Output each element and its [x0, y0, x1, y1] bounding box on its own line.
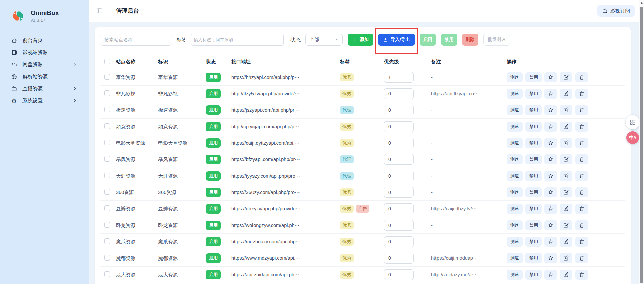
priority-input[interactable]: [384, 171, 414, 181]
delete-icon[interactable]: [575, 220, 588, 230]
bulk-disable-button[interactable]: 禁用: [441, 34, 457, 46]
sidebar-item-video-sites[interactable]: 影视站资源: [0, 46, 89, 58]
sidebar-item-parser-sites[interactable]: 解析站资源: [0, 70, 89, 83]
page-scrollbar[interactable]: ▲: [639, 0, 644, 284]
priority-input[interactable]: [384, 72, 414, 83]
favorite-star-icon[interactable]: [544, 122, 557, 132]
speed-test-button[interactable]: 测速: [507, 72, 523, 82]
delete-icon[interactable]: [575, 105, 588, 115]
row-checkbox[interactable]: [104, 107, 110, 112]
video-subscribe-button[interactable]: 影视订阅: [597, 5, 635, 17]
delete-icon[interactable]: [575, 89, 588, 99]
row-checkbox[interactable]: [104, 74, 110, 80]
speed-test-button[interactable]: 测速: [507, 220, 523, 230]
delete-icon[interactable]: [575, 253, 588, 263]
row-checkbox[interactable]: [104, 156, 110, 162]
disable-button[interactable]: 禁用: [525, 270, 542, 280]
add-button[interactable]: 添加: [348, 34, 373, 46]
tag-input[interactable]: [191, 34, 284, 46]
priority-input[interactable]: [384, 236, 414, 247]
scroll-up-arrow[interactable]: ▲: [639, 1, 644, 4]
favorite-star-icon[interactable]: [544, 237, 557, 247]
status-select[interactable]: 全部: [305, 34, 343, 46]
priority-input[interactable]: [384, 154, 414, 165]
speed-test-button[interactable]: 测速: [507, 253, 523, 263]
favorite-star-icon[interactable]: [544, 187, 557, 197]
delete-icon[interactable]: [575, 138, 588, 148]
speed-test-button[interactable]: 测速: [507, 105, 523, 115]
sidebar-item-home[interactable]: 前台首页: [0, 34, 89, 46]
row-checkbox[interactable]: [104, 123, 110, 129]
disable-button[interactable]: 禁用: [525, 171, 542, 181]
batch-speed-test-button[interactable]: 批量测速: [483, 34, 510, 46]
favorite-star-icon[interactable]: [544, 105, 557, 115]
edit-icon[interactable]: [560, 220, 572, 230]
row-checkbox[interactable]: [104, 140, 110, 145]
sidebar-item-live[interactable]: 直播资源: [0, 83, 89, 95]
row-checkbox[interactable]: [104, 90, 110, 96]
priority-input[interactable]: [384, 138, 414, 148]
delete-icon[interactable]: [575, 204, 588, 214]
edit-icon[interactable]: [560, 89, 572, 99]
priority-input[interactable]: [384, 269, 414, 280]
priority-input[interactable]: [384, 187, 414, 198]
speed-test-button[interactable]: 测速: [507, 122, 523, 132]
priority-input[interactable]: [384, 203, 414, 214]
favorite-star-icon[interactable]: [544, 171, 557, 181]
disable-button[interactable]: 禁用: [525, 72, 542, 82]
bulk-delete-button[interactable]: 删除: [462, 34, 478, 46]
edit-icon[interactable]: [560, 72, 572, 82]
sidebar-item-settings[interactable]: ⚙ 系统设置: [0, 95, 89, 107]
favorite-star-icon[interactable]: [544, 220, 557, 230]
delete-icon[interactable]: [575, 154, 588, 164]
delete-icon[interactable]: [575, 187, 588, 197]
sidebar-collapse-icon[interactable]: [94, 5, 105, 17]
search-input[interactable]: [100, 34, 172, 46]
row-checkbox[interactable]: [104, 255, 110, 261]
speed-test-button[interactable]: 测速: [507, 187, 523, 197]
disable-button[interactable]: 禁用: [525, 138, 542, 148]
speed-test-button[interactable]: 测速: [507, 154, 523, 164]
row-checkbox[interactable]: [104, 205, 110, 211]
favorite-star-icon[interactable]: [544, 253, 557, 263]
speed-test-button[interactable]: 测速: [507, 237, 523, 247]
delete-icon[interactable]: [575, 171, 588, 181]
disable-button[interactable]: 禁用: [525, 154, 542, 164]
disable-button[interactable]: 禁用: [525, 237, 542, 247]
disable-button[interactable]: 禁用: [525, 89, 542, 99]
extension-widget-button[interactable]: [626, 115, 640, 129]
row-checkbox[interactable]: [104, 238, 110, 244]
edit-icon[interactable]: [560, 204, 572, 214]
priority-input[interactable]: [384, 121, 414, 132]
priority-input[interactable]: [384, 220, 414, 231]
delete-icon[interactable]: [575, 122, 588, 132]
edit-icon[interactable]: [560, 105, 572, 115]
speed-test-button[interactable]: 测速: [507, 138, 523, 148]
speed-test-button[interactable]: 测速: [507, 171, 523, 181]
row-checkbox[interactable]: [104, 271, 110, 277]
priority-input[interactable]: [384, 253, 414, 264]
speed-test-button[interactable]: 测速: [507, 270, 523, 280]
edit-icon[interactable]: [560, 270, 572, 280]
priority-input[interactable]: [384, 88, 414, 99]
speed-test-button[interactable]: 测速: [507, 89, 523, 99]
delete-icon[interactable]: [575, 237, 588, 247]
row-checkbox[interactable]: [104, 222, 110, 228]
edit-icon[interactable]: [560, 171, 572, 181]
favorite-star-icon[interactable]: [544, 204, 557, 214]
scrollbar-thumb[interactable]: [640, 7, 643, 283]
favorite-star-icon[interactable]: [544, 270, 557, 280]
disable-button[interactable]: 禁用: [525, 204, 542, 214]
import-export-button[interactable]: 导入/导出: [378, 34, 415, 46]
sidebar-item-cloud-drive[interactable]: 网盘资源: [0, 58, 89, 70]
priority-input[interactable]: [384, 105, 414, 115]
favorite-star-icon[interactable]: [544, 89, 557, 99]
delete-icon[interactable]: [575, 270, 588, 280]
select-all-checkbox[interactable]: [104, 59, 110, 64]
delete-icon[interactable]: [575, 72, 588, 82]
favorite-star-icon[interactable]: [544, 72, 557, 82]
translate-widget-button[interactable]: 中A: [626, 131, 639, 144]
row-checkbox[interactable]: [104, 173, 110, 178]
speed-test-button[interactable]: 测速: [507, 204, 523, 214]
disable-button[interactable]: 禁用: [525, 220, 542, 230]
